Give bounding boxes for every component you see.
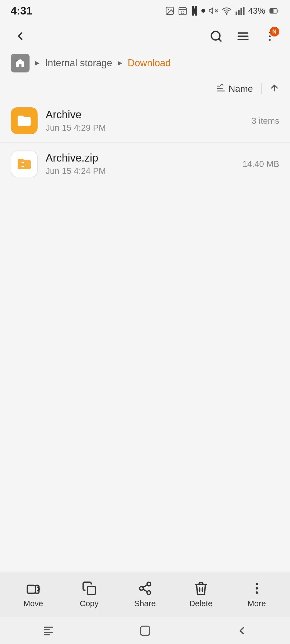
status-icons: 15 43% (165, 6, 279, 16)
svg-marker-5 (209, 8, 213, 14)
svg-point-1 (168, 9, 169, 10)
netflix-status-icon (191, 6, 198, 16)
svg-rect-29 (21, 162, 24, 163)
file-name-archive-zip: Archive.zip (46, 152, 242, 164)
file-meta-archive: 3 items (252, 116, 279, 126)
back-button[interactable] (11, 27, 30, 46)
notification-dot (201, 9, 205, 13)
svg-rect-9 (235, 12, 237, 15)
share-label: Share (134, 599, 156, 608)
svg-rect-10 (238, 10, 240, 15)
file-date-archive-zip: Jun 15 4:24 PM (46, 166, 242, 176)
sort-label: Name (229, 83, 253, 94)
sort-bar: Name (0, 78, 290, 99)
svg-line-38 (143, 585, 147, 587)
signal-icon (235, 6, 245, 16)
calendar-status-icon: 15 (178, 6, 187, 16)
folder-icon-archive (11, 107, 38, 134)
svg-rect-32 (27, 585, 35, 593)
sort-divider (261, 83, 262, 94)
svg-rect-15 (270, 9, 274, 13)
svg-rect-33 (87, 586, 95, 594)
breadcrumb-internal-storage[interactable]: Internal storage (45, 57, 112, 69)
sort-name-button[interactable]: Name (216, 83, 253, 94)
notification-badge: N (270, 27, 279, 36)
copy-button[interactable]: Copy (68, 581, 111, 608)
svg-point-8 (226, 14, 227, 14)
wifi-icon (221, 6, 232, 16)
file-item-archive-zip[interactable]: Archive.zip Jun 15 4:24 PM 14.40 MB (0, 142, 290, 185)
status-bar: 4:31 15 43% (0, 0, 290, 21)
svg-rect-46 (140, 626, 150, 635)
delete-button[interactable]: Delete (179, 581, 222, 608)
file-info-archive: Archive Jun 15 4:29 PM (46, 109, 252, 133)
svg-rect-30 (21, 164, 24, 165)
breadcrumb-arrow-2: ► (116, 59, 124, 67)
svg-point-39 (255, 583, 258, 585)
more-label: More (248, 599, 266, 608)
share-button[interactable]: Share (124, 581, 166, 608)
svg-point-40 (255, 587, 258, 589)
battery-icon (269, 6, 279, 16)
file-name-archive: Archive (46, 109, 252, 121)
file-item-archive[interactable]: Archive Jun 15 4:29 PM 3 items (0, 99, 290, 142)
file-list: Archive Jun 15 4:29 PM 3 items Archive.z… (0, 99, 290, 185)
recents-button[interactable] (38, 620, 59, 641)
battery-text: 43% (248, 6, 265, 16)
svg-rect-11 (240, 8, 242, 15)
file-date-archive: Jun 15 4:29 PM (46, 123, 252, 133)
bottom-action-bar: Move Copy Share Delete (0, 572, 290, 617)
delete-label: Delete (189, 599, 213, 608)
zip-icon-archive (11, 151, 38, 177)
sort-direction-button[interactable] (270, 83, 279, 94)
search-button[interactable] (207, 27, 226, 46)
file-info-archive-zip: Archive.zip Jun 15 4:24 PM (46, 152, 242, 176)
file-meta-archive-zip: 14.40 MB (242, 159, 279, 169)
nav-bar: N (0, 21, 290, 51)
svg-line-37 (143, 589, 147, 591)
svg-point-41 (255, 591, 258, 594)
breadcrumb-current[interactable]: Download (128, 57, 171, 69)
svg-line-17 (219, 39, 221, 41)
move-label: Move (23, 599, 43, 608)
svg-text:15: 15 (181, 11, 184, 14)
svg-rect-12 (243, 7, 244, 15)
breadcrumb-arrow-1: ► (34, 59, 41, 67)
copy-label: Copy (80, 599, 99, 608)
home-icon[interactable] (11, 54, 30, 72)
svg-point-23 (269, 35, 271, 37)
breadcrumb: ► Internal storage ► Download (0, 51, 290, 75)
status-time: 4:31 (11, 5, 32, 17)
more-options-button[interactable]: N (260, 27, 279, 46)
back-gesture-button[interactable] (231, 620, 252, 641)
svg-rect-31 (21, 166, 24, 167)
image-status-icon (165, 6, 175, 16)
view-toggle-button[interactable] (234, 27, 252, 46)
system-nav-bar (0, 617, 290, 644)
move-button[interactable]: Move (12, 581, 55, 608)
svg-point-24 (269, 39, 271, 41)
home-button[interactable] (134, 620, 156, 641)
mute-icon (208, 6, 218, 16)
more-action-button[interactable]: More (235, 581, 278, 608)
